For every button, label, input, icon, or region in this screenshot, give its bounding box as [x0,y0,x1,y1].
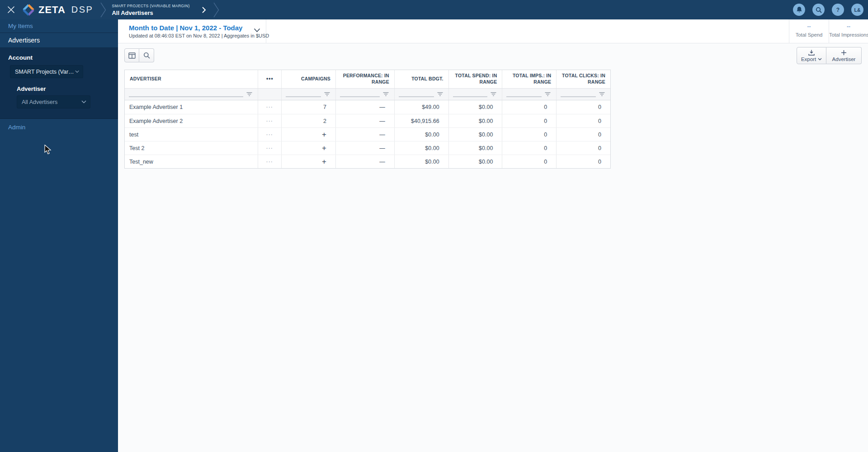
filter-icon[interactable] [437,92,443,96]
row-actions-menu[interactable]: ··· [258,114,281,127]
row-actions-menu[interactable]: ··· [258,100,281,114]
filter-cell [448,89,502,100]
breadcrumb-page-label: All Advertisers [112,9,189,16]
row-cell: $40,915.66 [394,114,448,127]
column-settings-button[interactable] [124,48,139,62]
help-icon[interactable]: ? [832,4,844,16]
total-spend-value: -- [789,24,829,30]
search-icon[interactable] [812,4,825,16]
column-header-total-budget[interactable]: TOTAL BDGT. [394,70,448,88]
advertiser-name[interactable]: Test_new [125,155,258,168]
total-impressions-label: Total Impressions [829,32,868,38]
column-header-total-spend[interactable]: TOTAL SPEND: IN RANGE [448,70,502,88]
row-cell: $0.00 [448,155,502,168]
advertiser-name[interactable]: Test 2 [125,141,258,155]
row-cell: — [335,100,394,114]
row-cell: $49.00 [394,100,448,114]
filter-input[interactable] [129,96,243,97]
table-body: Example Advertiser 1 ··· 7 — $49.00 $0.0… [125,100,610,168]
breadcrumb-expand-chevron-icon[interactable] [202,6,206,14]
row-actions-menu[interactable]: ··· [258,128,281,141]
row-cell: $0.00 [448,141,502,155]
avatar[interactable]: L& [851,4,863,16]
row-cell: — [335,155,394,168]
filter-input[interactable] [286,96,321,97]
table-row[interactable]: test ··· + — $0.00 $0.00 0 0 [125,127,610,141]
add-campaign-button[interactable]: + [281,141,335,155]
close-icon[interactable] [0,0,22,19]
row-cell: 0 [556,100,610,114]
search-icon [143,52,150,59]
total-spend-label: Total Spend [789,32,829,38]
advertiser-name[interactable]: Example Advertiser 2 [125,114,258,127]
export-button[interactable]: Export [797,47,826,64]
sidebar-item-label: My Items [8,23,33,29]
filter-cell [281,89,335,100]
filter-cell [502,89,556,100]
add-advertiser-button[interactable]: Advertiser [826,47,862,64]
row-cell: — [335,141,394,155]
row-cell: — [335,128,394,141]
column-header-performance[interactable]: PERFORMANCE: IN RANGE [335,70,394,88]
sidebar-item-advertisers[interactable]: Advertisers [0,33,118,48]
advertiser-select[interactable]: All Advertisers [17,95,90,108]
row-actions-menu[interactable]: ··· [258,155,281,168]
filter-icon[interactable] [491,92,496,96]
summary-stats: -- Total Spend -- Total Impressions [789,19,868,43]
add-campaign-button[interactable]: + [281,155,335,168]
advertiser-name[interactable]: test [125,128,258,141]
filter-input[interactable] [340,96,380,97]
table-row[interactable]: Test_new ··· + — $0.00 $0.00 0 0 [125,155,610,168]
notifications-bell-icon[interactable] [793,4,805,16]
filter-input[interactable] [453,96,488,97]
date-range-subtitle: Updated at 08:46:03 EST on Nov 8, 2022 |… [129,33,269,38]
date-range-section[interactable]: Month to Date | Nov 1, 2022 - Today Upda… [118,19,266,43]
filter-input[interactable] [561,96,596,97]
table-search-button[interactable] [139,48,154,62]
column-header-total-clicks[interactable]: TOTAL CLICKS: IN RANGE [556,70,610,88]
total-impressions-stat: -- Total Impressions [829,19,868,43]
column-header-advertiser[interactable]: ADVERTISER [125,70,258,88]
filter-icon[interactable] [383,92,389,96]
table-filter-row [125,88,610,100]
sidebar-item-admin[interactable]: Admin [0,119,118,135]
avatar-initials: L& [854,7,861,13]
row-actions-menu[interactable]: ··· [258,141,281,155]
chevron-down-icon [81,100,86,104]
account-label: Account [0,54,118,61]
account-panel: Account SMART Projects (Variable M Adver… [0,48,118,119]
row-cell: 0 [556,141,610,155]
filter-input[interactable] [506,96,542,97]
column-header-total-imps[interactable]: TOTAL IMPS.: IN RANGE [502,70,556,88]
table-toolbar: Export Advertiser [118,43,868,70]
table-row[interactable]: Example Advertiser 2 ··· 2 — $40,915.66 … [125,114,610,127]
filter-cell [556,89,610,100]
account-select[interactable]: SMART Projects (Variable M [10,65,83,78]
table-row[interactable]: Example Advertiser 1 ··· 7 — $49.00 $0.0… [125,100,610,114]
filter-icon[interactable] [324,92,330,96]
breadcrumb-account-label: SMART PROJECTS (VARIABLE MARGIN) [112,4,189,8]
filter-input[interactable] [399,96,434,97]
row-cell: 0 [502,114,556,127]
plus-icon [841,50,847,56]
row-cell: 0 [502,100,556,114]
advertiser-name[interactable]: Example Advertiser 1 [125,100,258,114]
add-campaign-button[interactable]: + [281,128,335,141]
row-cell: 0 [556,155,610,168]
top-bar: ZETA DSP SMART PROJECTS (VARIABLE MARGIN… [0,0,868,19]
row-cell: 0 [502,128,556,141]
filter-icon[interactable] [246,92,252,96]
filter-icon[interactable] [545,92,551,96]
date-range-chevron-down-icon[interactable] [254,28,260,33]
chevron-down-icon [75,70,79,73]
column-header-actions[interactable]: ••• [258,70,281,88]
download-icon [808,50,815,56]
filter-icon[interactable] [599,92,605,96]
sidebar-item-my-items[interactable]: My Items [0,19,118,33]
date-range-title[interactable]: Month to Date | Nov 1, 2022 - Today [129,24,269,32]
sidebar: My Items Advertisers Account SMART Proje… [0,19,118,452]
table-row[interactable]: Test 2 ··· + — $0.00 $0.00 0 0 [125,141,610,155]
campaigns-count: 2 [281,114,335,127]
column-header-campaigns[interactable]: CAMPAIGNS [281,70,335,88]
row-cell: $0.00 [394,155,448,168]
